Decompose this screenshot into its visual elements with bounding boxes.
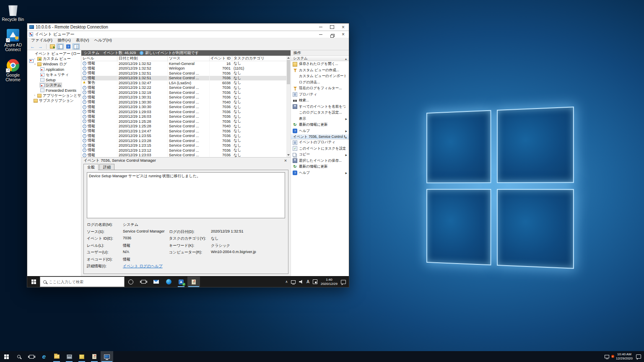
scroll-down-icon[interactable] bbox=[286, 153, 291, 157]
start-button[interactable] bbox=[27, 277, 40, 287]
tab-details[interactable]: 詳細 bbox=[99, 164, 114, 170]
rdp-titlebar[interactable]: 10.0.0.6 - Remote Desktop Connection bbox=[27, 23, 349, 31]
table-row[interactable]: 情報 2020/12/29 1:32:52 Winlogon 7001 (110… bbox=[81, 66, 286, 71]
tree-item-setup[interactable]: Setup bbox=[27, 78, 81, 83]
desktop-icon-azure-ad-connect[interactable]: Azure AD Connect bbox=[1, 29, 25, 52]
table-row[interactable]: 情報 2020/12/29 1:32:51 Service Control ..… bbox=[81, 71, 286, 76]
table-row[interactable]: 情報 2020/12/29 1:32:51 Service Control ..… bbox=[81, 76, 286, 81]
tree-item-subscriptions[interactable]: サブスクリプション bbox=[27, 98, 81, 104]
tree-item-windows-logs[interactable]: › Windows ログ bbox=[27, 62, 81, 67]
help-icon[interactable] bbox=[65, 44, 72, 49]
vertical-scrollbar[interactable] bbox=[286, 56, 291, 157]
action-item[interactable]: すべてのイベントを名前をつけて保存... bbox=[291, 104, 349, 110]
action-item[interactable]: 選択したイベントの保存... bbox=[291, 158, 349, 164]
table-row[interactable]: 情報 2020/12/29 1:24:47 Service Control ..… bbox=[81, 129, 286, 134]
event-log-help-link[interactable]: イベント ログのヘルプ bbox=[123, 264, 285, 269]
export-icon[interactable] bbox=[49, 44, 56, 49]
start-button[interactable] bbox=[0, 351, 13, 362]
tree-item-event-viewer-root[interactable]: イベント ビューアー (ローカル) bbox=[27, 51, 81, 57]
table-row[interactable]: 情報 2020/12/29 1:26:03 Service Control ..… bbox=[81, 114, 286, 119]
table-row[interactable]: 情報 2020/12/29 1:23:03 Service Control ..… bbox=[81, 153, 286, 158]
tree-item-security[interactable]: セキュリティ bbox=[27, 72, 81, 78]
collapse-icon[interactable] bbox=[345, 57, 347, 61]
table-row[interactable]: 情報 2020/12/29 1:23:28 Service Control ..… bbox=[81, 138, 286, 143]
chevron-up-icon[interactable]: ∧ bbox=[285, 280, 288, 284]
table-row[interactable]: 情報 2020/12/29 1:32:22 Service Control ..… bbox=[81, 85, 286, 90]
scrollbar-track[interactable] bbox=[286, 60, 291, 153]
chevron-down-icon[interactable]: › bbox=[33, 62, 36, 66]
table-row[interactable]: 情報 2020/12/29 1:25:28 Service Control ..… bbox=[81, 119, 286, 124]
ime-mode-icon[interactable] bbox=[313, 279, 317, 284]
action-item[interactable]: 最新の情報に更新 bbox=[291, 122, 349, 128]
close-icon[interactable] bbox=[338, 31, 349, 38]
table-row[interactable]: 情報 2020/12/29 1:23:55 Service Control ..… bbox=[81, 134, 286, 139]
action-item[interactable]: 表示 ▶ bbox=[291, 116, 349, 122]
clock[interactable]: 1:40 2020/12/29 bbox=[321, 278, 338, 286]
menu-view[interactable]: 表示(V) bbox=[73, 38, 92, 43]
search-input[interactable] bbox=[49, 280, 112, 284]
column-header-level[interactable]: レベル bbox=[81, 56, 117, 61]
taskbar-button[interactable] bbox=[101, 351, 113, 362]
table-row[interactable]: 情報 2020/12/29 1:23:15 Service Control ..… bbox=[81, 143, 286, 148]
action-item[interactable]: 保存されたログを開く... bbox=[291, 61, 349, 67]
taskbar-button[interactable] bbox=[162, 277, 175, 287]
volume-icon[interactable] bbox=[299, 280, 303, 284]
table-row[interactable]: 情報 2020/12/29 1:32:19 Service Control ..… bbox=[81, 90, 286, 95]
action-item[interactable]: 最新の情報に更新 bbox=[291, 164, 349, 170]
action-item[interactable]: ヘルプ ▶ bbox=[291, 128, 349, 134]
chevron-right-icon[interactable]: › bbox=[33, 94, 36, 97]
action-item[interactable]: プロパティ bbox=[291, 92, 349, 98]
action-center-icon[interactable] bbox=[341, 280, 346, 284]
table-row[interactable]: 警告 2020/12/29 1:32:47 LSA (LsaSrv) 6038 … bbox=[81, 80, 286, 85]
scroll-up-icon[interactable] bbox=[286, 56, 291, 60]
tab-general[interactable]: 全般 bbox=[83, 164, 99, 170]
action-item[interactable]: カスタム ビューのインポート... bbox=[291, 73, 349, 80]
minimize-icon[interactable] bbox=[315, 31, 326, 38]
column-header-event-id[interactable]: イベント ID bbox=[210, 56, 232, 61]
taskbar-button[interactable] bbox=[38, 351, 50, 362]
action-item[interactable]: 検索... bbox=[291, 98, 349, 104]
menu-file[interactable]: ファイル(F) bbox=[29, 38, 55, 43]
table-row[interactable]: 情報 2020/12/29 1:30:30 Service Control ..… bbox=[81, 105, 286, 110]
show-hide-action-pane-icon[interactable] bbox=[73, 44, 80, 49]
taskbar-button[interactable] bbox=[150, 277, 162, 287]
table-row[interactable]: 情報 2020/12/29 1:23:12 Service Control ..… bbox=[81, 148, 286, 153]
menu-help[interactable]: ヘルプ(H) bbox=[91, 38, 114, 43]
action-item[interactable]: イベントのプロパティ bbox=[291, 140, 349, 146]
tree-item-application[interactable]: Application bbox=[27, 67, 81, 72]
menu-action[interactable]: 操作(A) bbox=[55, 38, 73, 43]
taskbar-button[interactable] bbox=[187, 277, 200, 287]
desktop-icon-google-chrome[interactable]: Google Chrome bbox=[1, 59, 25, 83]
taskbar-button[interactable] bbox=[88, 351, 101, 362]
action-item[interactable]: コピー ▶ bbox=[291, 152, 349, 158]
taskbar-button[interactable] bbox=[50, 351, 63, 362]
table-row[interactable]: 情報 2020/12/29 1:30:30 Service Control ..… bbox=[81, 100, 286, 105]
ime-indicator[interactable]: A bbox=[306, 279, 309, 284]
taskbar-search[interactable] bbox=[40, 277, 125, 287]
action-center-icon[interactable] bbox=[636, 354, 641, 359]
event-viewer-titlebar[interactable]: イベント ビューアー bbox=[27, 31, 349, 38]
close-icon[interactable]: × bbox=[283, 158, 288, 163]
action-item[interactable]: ログの消去... bbox=[291, 80, 349, 86]
scrollbar-thumb[interactable] bbox=[287, 60, 290, 84]
minimize-icon[interactable] bbox=[315, 23, 326, 31]
desktop-icon-recycle-bin[interactable]: Recycle Bin bbox=[1, 3, 25, 22]
tree-item-system[interactable]: システム bbox=[27, 83, 81, 88]
action-item[interactable]: このログにタスクを設定... bbox=[291, 110, 349, 116]
tree-item-applications-services-logs[interactable]: › アプリケーションとサービス ログ bbox=[27, 93, 81, 98]
actions-section-event[interactable]: イベント 7036, Service Control Manager bbox=[291, 134, 349, 140]
taskbar-button[interactable] bbox=[75, 351, 88, 362]
table-row[interactable]: 情報 2020/12/29 1:25:28 Service Control ..… bbox=[81, 124, 286, 129]
action-item[interactable]: このイベントにタスクを設定... bbox=[291, 146, 349, 152]
maximize-icon[interactable] bbox=[326, 23, 338, 31]
tree-item-forwarded-events[interactable]: Forwarded Events bbox=[27, 88, 81, 93]
back-icon[interactable] bbox=[29, 44, 36, 49]
action-item[interactable]: 現在のログをフィルター... bbox=[291, 85, 349, 92]
show-hide-console-tree-icon[interactable] bbox=[57, 44, 64, 49]
network-icon[interactable] bbox=[605, 355, 609, 358]
actions-section-system[interactable]: システム bbox=[291, 56, 349, 61]
close-icon[interactable] bbox=[338, 23, 349, 31]
table-row[interactable]: 情報 2020/12/29 1:32:52 Kernel-General 16 … bbox=[81, 61, 286, 66]
taskbar-button[interactable] bbox=[63, 351, 75, 362]
table-row[interactable]: 情報 2020/12/29 1:29:03 Service Control ..… bbox=[81, 109, 286, 114]
